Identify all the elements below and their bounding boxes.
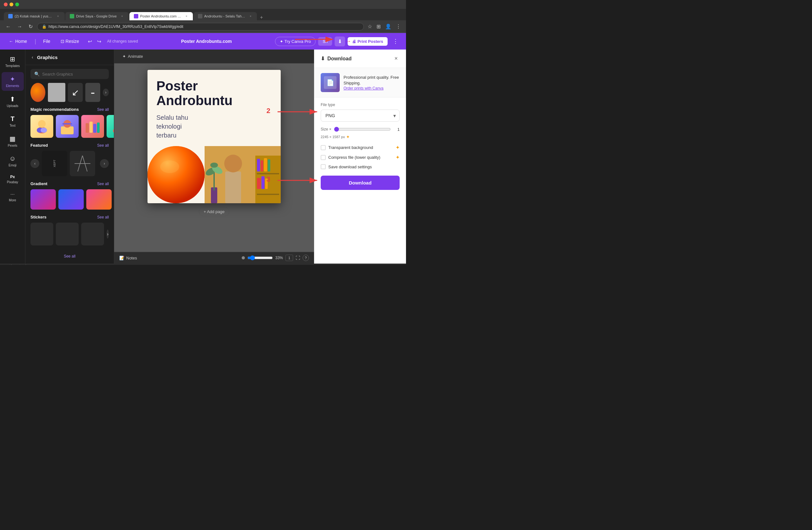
gradient-item-blue[interactable] <box>58 189 84 210</box>
gradient-see-all[interactable]: See all <box>97 182 109 186</box>
zoom-slider[interactable] <box>247 255 273 261</box>
extensions-button[interactable]: ⊞ <box>375 22 382 31</box>
more-options-button[interactable]: ⋮ <box>390 37 401 46</box>
tab-close-mail[interactable]: × <box>56 14 60 18</box>
canvas-wrapper[interactable]: Poster Androbuntu Selalu tahu teknologi … <box>114 64 314 252</box>
panel-search-area: 🔍 <box>25 65 114 83</box>
sidebar-item-text[interactable]: T Text <box>2 112 24 130</box>
magic-item-2[interactable] <box>56 115 79 138</box>
close-traffic-light[interactable] <box>4 2 8 6</box>
sticker-item-3[interactable] <box>81 223 104 246</box>
svg-rect-23 <box>225 171 241 203</box>
refresh-button[interactable]: ↻ <box>27 22 34 31</box>
graphics-next-button[interactable]: › <box>103 88 109 96</box>
tab-close-canva[interactable]: × <box>185 14 188 18</box>
file-type-label: File type <box>321 102 400 107</box>
new-tab-button[interactable]: + <box>258 15 265 20</box>
download-icon-button[interactable]: ⬇ <box>335 37 345 46</box>
svg-rect-8 <box>89 122 92 133</box>
print-promo-link[interactable]: Order prints with Canva <box>344 86 400 90</box>
poster-title: Poster Androbuntu <box>156 79 272 108</box>
search-input[interactable] <box>42 72 105 76</box>
tab-mail[interactable]: (2) Kotak masuk | yusyulianto@... × <box>4 12 65 20</box>
print-promo-text-area: Professional print quality. Free Shippin… <box>344 75 400 90</box>
stickers-see-all[interactable]: See all <box>97 215 109 220</box>
back-button[interactable]: ← <box>4 23 13 31</box>
transparent-bg-label: Transparent background <box>328 145 373 150</box>
size-row: Size × 1 <box>321 127 400 132</box>
gradient-section-header: Gradient See all <box>30 181 109 186</box>
emoji-label: Emoji <box>9 164 16 167</box>
animate-button[interactable]: ✦ Animate <box>119 52 146 61</box>
download-title-label: Download <box>327 56 351 61</box>
resize-button[interactable]: ⊡ Resize <box>57 37 83 46</box>
redo-button[interactable]: ↪ <box>95 37 103 46</box>
svg-point-3 <box>41 128 47 133</box>
magic-see-all[interactable]: See all <box>97 107 109 112</box>
magic-item-1[interactable] <box>30 115 53 138</box>
graphic-orange-circle[interactable] <box>30 83 45 102</box>
fullscreen-button[interactable]: ⛶ <box>295 255 300 261</box>
file-type-select[interactable]: PNG JPG PDF Standard PDF Print SVG <box>321 110 400 122</box>
compress-checkbox[interactable] <box>321 155 326 160</box>
forward-button[interactable]: → <box>15 23 24 31</box>
bookmark-button[interactable]: ☆ <box>366 22 373 31</box>
download-icon-header: ⬇ <box>321 56 325 61</box>
download-close-button[interactable]: × <box>392 55 400 62</box>
featured-prev-button[interactable]: ‹ <box>30 159 39 168</box>
sidebar-item-emoji[interactable]: ☺ Emoji <box>2 152 24 170</box>
featured-next-button[interactable]: › <box>100 159 109 168</box>
tab-close-drive[interactable]: × <box>120 14 124 18</box>
file-menu[interactable]: File <box>40 37 54 46</box>
sticker-item-1[interactable] <box>30 223 53 246</box>
help-button[interactable]: ? <box>303 255 309 261</box>
tab-canva[interactable]: Poster Androbuntu.com - A2 (L... × <box>129 12 193 20</box>
tab-close-androbuntu[interactable]: × <box>249 14 252 18</box>
address-bar[interactable]: 🔒 https://www.canva.com/design/DAE1UVfM_… <box>37 23 364 30</box>
home-button[interactable]: ← Home <box>5 37 31 46</box>
poster-subtitle: Selalu tahu teknologi terbaru <box>156 113 272 140</box>
try-pro-button[interactable]: ✦ Try Canva Pro <box>275 37 316 46</box>
sticker-item-2[interactable] <box>56 223 79 246</box>
featured-see-all[interactable]: See all <box>97 143 109 148</box>
notes-button[interactable]: 📝 Notes <box>119 256 137 261</box>
tab-androbuntu[interactable]: Androbuntu - Selalu Tahu Tekn... × <box>193 12 257 20</box>
sidebar-item-pixabay[interactable]: Px Pixabay <box>2 171 24 187</box>
featured-item-2[interactable] <box>70 151 95 176</box>
gradient-item-purple[interactable] <box>30 189 56 210</box>
download-main-button[interactable]: Download <box>321 176 400 190</box>
stickers-next-button[interactable]: › <box>106 229 109 238</box>
profile-button[interactable]: 👤 <box>384 22 393 31</box>
magic-item-4[interactable] <box>106 115 114 138</box>
graphic-arrow-icon[interactable]: ↙ <box>68 83 83 102</box>
more-label: More <box>9 198 16 202</box>
sidebar-item-templates[interactable]: ⊞ Templates <box>2 52 24 71</box>
featured-item-1[interactable]: XEPT <box>42 151 67 176</box>
share-button[interactable]: Sh → <box>318 37 332 46</box>
size-slider[interactable] <box>334 127 391 132</box>
pro-badge-transparent: ✦ <box>395 144 400 151</box>
sidebar-item-more[interactable]: ··· More <box>2 188 24 205</box>
transparent-bg-checkbox[interactable] <box>321 145 326 150</box>
graphic-rect[interactable] <box>48 83 66 102</box>
see-all-bottom-label[interactable]: See all <box>64 254 75 259</box>
tab-label-mail: (2) Kotak masuk | yusyulianto@... <box>15 14 53 18</box>
gradient-item-pink[interactable] <box>86 189 112 210</box>
print-button[interactable]: 🖨 Print Posters <box>348 37 388 46</box>
graphic-bar-icon[interactable]: ▬ <box>85 83 100 102</box>
magic-item-3[interactable] <box>81 115 104 138</box>
tab-label-canva: Poster Androbuntu.com - A2 (L... <box>140 14 182 18</box>
poster-canvas[interactable]: Poster Androbuntu Selalu tahu teknologi … <box>147 70 281 203</box>
sidebar-item-pexels[interactable]: ▦ Pexels <box>2 132 24 151</box>
menu-button[interactable]: ⋮ <box>395 22 402 31</box>
tab-drive[interactable]: Drive Saya - Google Drive × <box>66 12 129 20</box>
sidebar-item-uploads[interactable]: ⬆ Uploads <box>2 92 24 111</box>
see-all-bottom[interactable]: See all <box>30 251 109 261</box>
undo-button[interactable]: ↩ <box>86 37 94 46</box>
panel-back-button[interactable]: ‹ <box>30 53 34 61</box>
save-settings-checkbox[interactable] <box>321 164 326 169</box>
minimize-traffic-light[interactable] <box>10 2 13 6</box>
maximize-traffic-light[interactable] <box>15 2 19 6</box>
sidebar-item-elements[interactable]: ✦ Elements <box>2 72 24 91</box>
add-page-button[interactable]: + Add page <box>199 207 229 216</box>
